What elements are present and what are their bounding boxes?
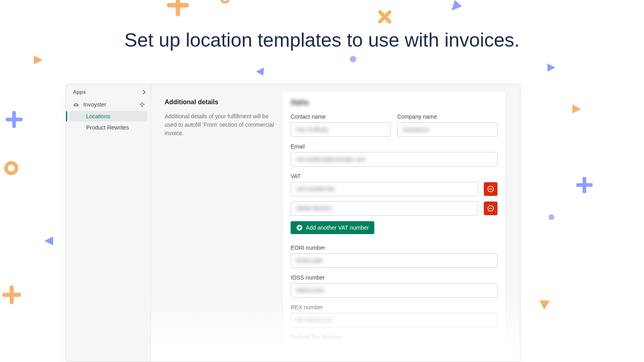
ioss-field: IOSS number IM0012345 bbox=[291, 274, 497, 298]
email-input[interactable]: ivan.kulikula@example.com bbox=[291, 152, 497, 167]
deco-triangle-icon bbox=[546, 62, 557, 73]
sidebar-item-label: Locations bbox=[86, 113, 110, 119]
deco-circle-icon bbox=[3, 160, 19, 176]
company-name-label: Company name bbox=[397, 113, 497, 120]
company-name-input[interactable]: Saskatoon bbox=[397, 122, 497, 137]
rex-input[interactable]: REX00001234 bbox=[291, 313, 497, 327]
svg-rect-8 bbox=[489, 208, 492, 209]
eori-field: EORI number EORI1488 bbox=[291, 245, 497, 268]
plus-circle-icon bbox=[296, 224, 303, 231]
deco-circle-icon bbox=[220, 0, 230, 4]
remove-vat-button[interactable] bbox=[484, 202, 497, 215]
sidebar-app-label: Invoyster bbox=[83, 101, 106, 108]
federal-tax-field: Federal Tax Number bbox=[291, 334, 497, 340]
vat-section: VAT VAT123456789 GB987654321 Add another… bbox=[291, 173, 497, 241]
vat-row: GB987654321 bbox=[291, 201, 497, 216]
deco-dot-icon bbox=[349, 56, 357, 63]
card-title: Alpha bbox=[291, 99, 497, 106]
deco-dot-icon bbox=[548, 214, 555, 220]
add-vat-label: Add another VAT number bbox=[306, 224, 369, 231]
sidebar-item-product-rewrites[interactable]: Product Rewrites bbox=[69, 122, 147, 133]
deco-triangle-icon bbox=[450, 0, 464, 13]
company-name-field: Company name Saskatoon bbox=[397, 113, 497, 137]
content-area: Additional details Additional details of… bbox=[151, 84, 520, 362]
eori-input[interactable]: EORI1488 bbox=[291, 253, 497, 268]
deco-triangle-icon bbox=[43, 236, 54, 246]
location-form-card: Alpha Contact name Ivan Kulikula Company… bbox=[282, 90, 506, 359]
app-window: Apps Invoyster Locations Product Rewrite… bbox=[66, 84, 520, 362]
sidebar-app-invoyster[interactable]: Invoyster bbox=[66, 99, 151, 110]
pin-icon[interactable] bbox=[139, 102, 145, 107]
chevron-right-icon bbox=[141, 90, 145, 94]
federal-tax-label: Federal Tax Number bbox=[291, 334, 497, 340]
eori-label: EORI number bbox=[291, 245, 497, 251]
vat-input[interactable]: VAT123456789 bbox=[291, 182, 478, 196]
section-title: Additional details bbox=[165, 99, 277, 106]
ioss-input[interactable]: IM0012345 bbox=[291, 283, 497, 298]
email-label: Email bbox=[291, 143, 497, 150]
vat-row: VAT123456789 bbox=[291, 182, 497, 196]
deco-triangle-icon bbox=[572, 104, 582, 114]
deco-x-icon bbox=[377, 9, 393, 25]
deco-plus-icon bbox=[167, 0, 189, 16]
minus-circle-icon bbox=[487, 186, 494, 192]
sidebar-item-locations[interactable]: Locations bbox=[69, 111, 147, 121]
minus-circle-icon bbox=[487, 205, 494, 212]
app-icon bbox=[73, 101, 79, 108]
section-description: Additional details of your fulfillment w… bbox=[165, 112, 277, 138]
svg-rect-6 bbox=[489, 189, 492, 189]
svg-rect-11 bbox=[299, 226, 300, 229]
email-field: Email ivan.kulikula@example.com bbox=[291, 143, 497, 167]
page-headline: Set up location templates to use with in… bbox=[0, 29, 644, 51]
svg-point-0 bbox=[221, 0, 229, 2]
deco-plus-icon bbox=[2, 286, 21, 304]
deco-triangle-icon bbox=[254, 66, 266, 77]
vat-label: VAT bbox=[291, 173, 497, 179]
add-vat-button[interactable]: Add another VAT number bbox=[291, 221, 374, 234]
description-column: Additional details Additional details of… bbox=[165, 99, 277, 138]
remove-vat-button[interactable] bbox=[484, 182, 497, 196]
sidebar-apps-label: Apps bbox=[73, 89, 86, 95]
sidebar: Apps Invoyster Locations Product Rewrite… bbox=[66, 84, 151, 362]
deco-plus-icon bbox=[576, 177, 592, 193]
svg-point-1 bbox=[350, 56, 356, 62]
vat-input[interactable]: GB987654321 bbox=[291, 201, 478, 216]
sidebar-apps-header[interactable]: Apps bbox=[66, 84, 151, 99]
contact-name-input[interactable]: Ivan Kulikula bbox=[291, 122, 391, 137]
contact-name-field: Contact name Ivan Kulikula bbox=[291, 113, 391, 137]
contact-name-label: Contact name bbox=[291, 113, 391, 120]
deco-triangle-icon bbox=[539, 299, 551, 311]
sidebar-item-label: Product Rewrites bbox=[86, 124, 129, 131]
rex-field: REX number REX00001234 bbox=[291, 304, 497, 327]
ioss-label: IOSS number bbox=[291, 274, 497, 281]
deco-triangle-icon bbox=[33, 55, 43, 65]
svg-point-3 bbox=[549, 214, 554, 220]
rex-label: REX number bbox=[291, 304, 497, 311]
deco-plus-icon bbox=[6, 111, 23, 128]
svg-rect-4 bbox=[74, 105, 78, 106]
svg-point-2 bbox=[6, 163, 17, 173]
